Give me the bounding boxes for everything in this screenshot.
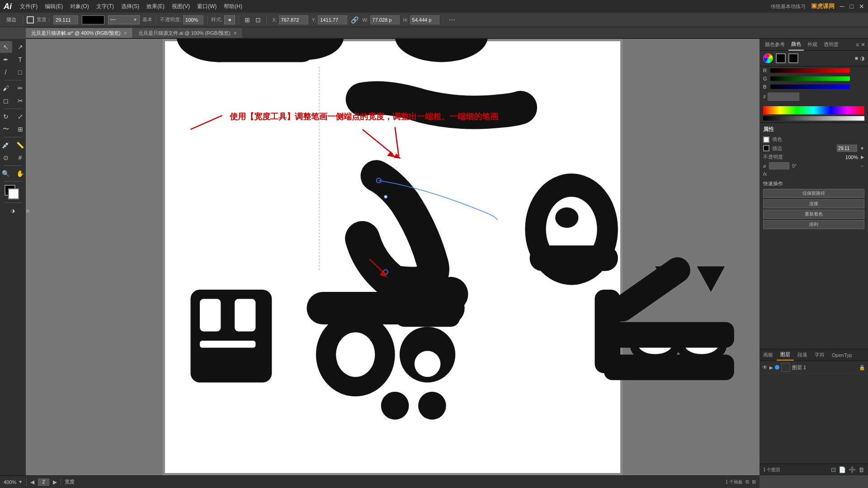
- gradient-picker-icon[interactable]: ◑: [860, 55, 864, 61]
- stroke-width-input[interactable]: [837, 145, 857, 152]
- layer-visible-icon[interactable]: 👁: [762, 364, 768, 371]
- stroke-swatch[interactable]: [763, 145, 769, 151]
- free-transform-tool[interactable]: ⊞: [14, 123, 27, 135]
- opacity-expand[interactable]: ▶: [861, 155, 864, 160]
- angle-input[interactable]: [769, 162, 789, 169]
- next-page-icon[interactable]: ▶: [53, 479, 57, 485]
- menu-object[interactable]: 对象(O): [66, 0, 92, 13]
- create-new-layer-icon[interactable]: ➕: [849, 466, 856, 473]
- panel-close[interactable]: ✕: [861, 42, 865, 48]
- fill-stroke-indicator[interactable]: [5, 185, 22, 199]
- menu-view[interactable]: 视图(V): [168, 0, 193, 13]
- menu-help[interactable]: 帮助(H): [220, 0, 246, 13]
- color-picker-icon[interactable]: ■: [855, 55, 858, 61]
- scissors-tool[interactable]: ✂: [14, 95, 27, 107]
- gradient-mode-btn[interactable]: ◑: [7, 205, 19, 216]
- make-clipping-mask-icon[interactable]: ⊡: [831, 466, 836, 473]
- canvas-area[interactable]: 使用【宽度工具】调整笔画一侧端点的宽度，调整出一端粗、一端细的笔画: [26, 39, 760, 475]
- line-tool[interactable]: /: [0, 66, 12, 78]
- transform-icon-1[interactable]: ⊞: [243, 16, 252, 23]
- none-mode-btn[interactable]: ⊘: [21, 205, 34, 216]
- mesh-tool[interactable]: #: [14, 152, 27, 164]
- delete-layer-icon[interactable]: 🗑: [859, 466, 864, 473]
- menu-text[interactable]: 文字(T): [93, 0, 118, 13]
- stroke-preview-box[interactable]: [27, 16, 34, 23]
- gpu-icon[interactable]: ⧉: [745, 479, 749, 485]
- connect-btn[interactable]: 连接: [763, 199, 864, 208]
- style-box[interactable]: ■: [224, 15, 235, 24]
- menu-select[interactable]: 选择(S): [118, 0, 143, 13]
- fill-swatch[interactable]: [763, 136, 769, 143]
- direct-select-tool[interactable]: ↗: [14, 41, 27, 53]
- tab-appearance[interactable]: 外观: [805, 39, 820, 51]
- panel-expand[interactable]: ≡: [856, 42, 859, 48]
- eraser-tool[interactable]: ◻: [0, 95, 12, 107]
- layers-tab-artboard[interactable]: 画板: [760, 349, 777, 361]
- b-slider[interactable]: [770, 84, 850, 89]
- blend-tool[interactable]: ⊙: [0, 152, 12, 164]
- measure-tool[interactable]: 📏: [14, 139, 27, 151]
- x-input[interactable]: [279, 15, 308, 24]
- tab-1-close[interactable]: ✕: [123, 31, 127, 36]
- recolor-btn[interactable]: 重新着色: [763, 210, 864, 219]
- tab-2-close[interactable]: ✕: [233, 31, 237, 36]
- r-slider[interactable]: [770, 68, 850, 73]
- color-wheel-icon[interactable]: [763, 53, 773, 63]
- tab-color[interactable]: 颜色: [788, 39, 804, 51]
- opacity-input[interactable]: [183, 15, 203, 24]
- h-input[interactable]: [410, 15, 439, 24]
- w-input[interactable]: [370, 15, 400, 24]
- g-slider[interactable]: [770, 76, 850, 81]
- hex-input[interactable]: [768, 93, 799, 101]
- more-tools-icon[interactable]: ⋯: [447, 16, 457, 23]
- fill-color-box[interactable]: [776, 53, 786, 63]
- hand-tool[interactable]: ✋: [14, 168, 27, 179]
- tab-2[interactable]: 元旦是只猫源文件.ai @ 100% (RGB/预览) ✕: [133, 28, 243, 38]
- eyedropper-tool[interactable]: 💉: [0, 139, 12, 151]
- menu-window[interactable]: 窗口(W): [193, 0, 220, 13]
- page-input[interactable]: [38, 479, 49, 486]
- color-mode-btn[interactable]: ●: [0, 205, 5, 216]
- layers-tab-layers[interactable]: 图层: [777, 349, 794, 361]
- color-box[interactable]: [82, 15, 104, 24]
- zoom-tool[interactable]: 🔍: [0, 168, 12, 179]
- menu-effect[interactable]: 效果(E): [143, 0, 168, 13]
- tab-1[interactable]: 元旦是只猫讲解.ai* @ 400% (RGB/预览) ✕: [26, 28, 133, 38]
- layer-name[interactable]: 图层 1: [792, 364, 857, 371]
- tab-color-ref[interactable]: 颜色参考: [762, 39, 788, 51]
- chevron-down-icon[interactable]: ▼: [860, 146, 864, 151]
- layers-tab-char[interactable]: 字符: [811, 349, 828, 361]
- layer-item-1[interactable]: 👁 ▶ 图层 1 🔒: [760, 361, 868, 374]
- black-white-bar[interactable]: [763, 116, 864, 121]
- tab-transparency[interactable]: 透明度: [821, 39, 841, 51]
- path-only-btn[interactable]: 仅保留路径: [763, 189, 864, 198]
- create-new-sublayer-icon[interactable]: 📄: [839, 466, 846, 473]
- window-close[interactable]: ✕: [859, 3, 864, 10]
- pencil-tool[interactable]: ✏: [14, 82, 27, 94]
- arrange-btn[interactable]: 排列: [763, 220, 864, 229]
- grid-icon[interactable]: ⊞: [752, 479, 756, 485]
- rect-tool[interactable]: □: [14, 66, 27, 78]
- width-input[interactable]: [53, 15, 78, 24]
- layer-lock-icon[interactable]: 🔒: [859, 365, 865, 371]
- pen-tool[interactable]: ✒: [0, 54, 12, 66]
- stroke-color-box[interactable]: [788, 53, 798, 63]
- stroke-style-box[interactable]: ━━ ▼: [108, 15, 140, 24]
- transform-icon-2[interactable]: ⊡: [254, 16, 263, 23]
- rotate-tool[interactable]: ↻: [0, 111, 12, 122]
- scale-tool[interactable]: ⤢: [14, 111, 27, 122]
- selection-tool[interactable]: ↖: [0, 41, 12, 53]
- menu-file[interactable]: 文件(F): [16, 0, 41, 13]
- y-input[interactable]: [318, 15, 347, 24]
- link-icon[interactable]: 🔗: [349, 16, 360, 23]
- rainbow-bar[interactable]: [763, 106, 864, 114]
- layers-tab-paragraph[interactable]: 段落: [794, 349, 811, 361]
- type-tool[interactable]: T: [14, 54, 27, 66]
- window-maximize[interactable]: □: [850, 3, 854, 10]
- window-minimize[interactable]: ─: [840, 3, 844, 10]
- prev-page-icon[interactable]: ◀: [30, 479, 34, 485]
- arrow-right-icon[interactable]: →: [859, 163, 864, 169]
- warp-tool[interactable]: 〜: [0, 123, 12, 135]
- layer-arrow-icon[interactable]: ▶: [769, 365, 773, 370]
- menu-edit[interactable]: 编辑(E): [41, 0, 66, 13]
